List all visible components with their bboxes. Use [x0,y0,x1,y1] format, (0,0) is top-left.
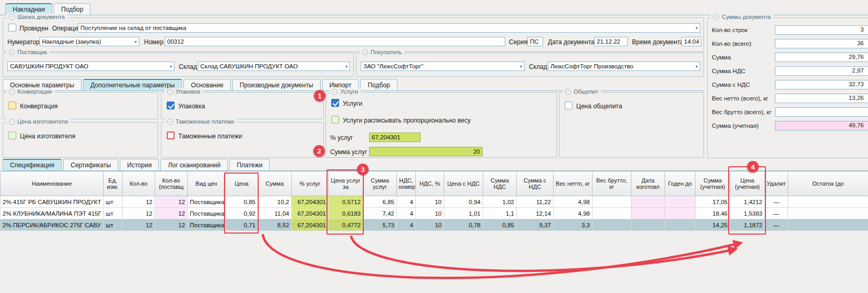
supplier-input[interactable]: САВУШКИН ПРОДУКТ ОАО [7,62,175,71]
customs-checkbox[interactable] [167,132,175,139]
cell-r0-c14[interactable]: 11,22 [517,196,554,208]
cell-r0-c2[interactable]: 12 [122,196,155,208]
cell-r0-c3[interactable]: 12 [155,196,188,208]
column-header-4[interactable]: Вид цен [188,171,226,196]
cell-r0-c13[interactable]: 1,02 [483,196,517,208]
column-header-12[interactable]: Цена с НДС [444,171,483,196]
collapse-icon[interactable] [713,14,719,20]
cell-r0-c12[interactable]: 0,94 [444,196,483,208]
column-header-8[interactable]: Цена услуг за [329,171,363,196]
tab-scan-log[interactable]: Лог сканирований [160,159,228,170]
column-header-21[interactable]: Удалит [765,171,788,196]
cell-r0-c20[interactable]: 1,4212 [730,196,765,208]
cell-r2-c7[interactable]: 67,204301 [292,219,329,231]
column-header-19[interactable]: Сумма (учетная) [696,171,730,196]
dropdown-icon[interactable] [696,64,698,69]
services-proportional-checkbox[interactable] [331,116,339,124]
cell-r1-c11[interactable]: 10 [416,208,444,219]
collapse-icon[interactable] [167,119,173,125]
cell-r2-c18[interactable] [665,219,696,231]
cell-r1-c15[interactable]: 4,98 [554,208,593,219]
tab-specification[interactable]: Спецификация [3,159,62,170]
column-header-2[interactable]: Кол-во [122,171,155,196]
column-header-1[interactable]: Ед. изм. [104,171,122,196]
cell-r2-c9[interactable]: 5,73 [363,219,397,231]
column-header-9[interactable]: Сумма услуг [363,171,397,196]
cell-r2-c0[interactable]: 2% ПЕРСИК/АБРИКОС 275Г САВУ [1,219,104,231]
cell-r0-c9[interactable]: 6,85 [363,196,397,208]
cell-r0-c0[interactable]: 2% 415Г РБ САВУШКИН ПРОДУКТ [1,196,104,208]
cell-r1-c21[interactable]: — [765,208,788,219]
column-header-22[interactable]: Остаток (до [788,171,868,196]
tab-certificates[interactable]: Сертификаты [63,159,118,170]
column-header-15[interactable]: Вес нетто, кг [554,171,593,196]
cell-r2-c4[interactable]: Поставщика [188,219,226,231]
totals-value-5[interactable]: 13,26 [775,94,868,103]
catering-checkbox[interactable] [565,102,573,109]
cell-r1-c20[interactable]: 1,5383 [730,208,765,219]
cell-r0-c7[interactable]: 67,204301 [292,196,329,208]
table-row[interactable]: 2% 415Г РБ САВУШКИН ПРОДУКТшт1212Поставщ… [1,196,868,208]
cell-r1-c13[interactable]: 1,1 [483,208,517,219]
manufacturer-price-checkbox[interactable] [8,132,16,139]
tab-selection[interactable]: Подбор [54,3,90,15]
buyer-input[interactable]: ЗАО "ЛюксСофтТорг" [361,62,525,71]
cell-r1-c1[interactable]: шт [104,208,122,219]
doc-time-input[interactable]: 14:04 [681,37,701,46]
cell-r2-c16[interactable] [593,219,631,231]
cell-r1-c19[interactable]: 18,46 [696,208,730,219]
cell-r1-c2[interactable]: 12 [122,208,155,219]
tab-derived-documents[interactable]: Производные документы [232,79,321,90]
column-header-10[interactable]: НДС, номер [397,171,416,196]
cell-r1-c7[interactable]: 67,204301 [292,208,329,219]
cell-r1-c4[interactable]: Поставщика [188,208,226,219]
cell-r2-c17[interactable] [631,219,665,231]
totals-value-7[interactable]: 49,76 [775,121,868,130]
cell-r2-c12[interactable]: 0,78 [444,219,483,231]
cell-r1-c22[interactable] [788,208,868,219]
collapse-icon[interactable] [9,14,15,20]
numerator-input[interactable]: Накладные (закупка) [39,37,139,46]
collapse-icon[interactable] [9,119,15,125]
cell-r0-c10[interactable]: 4 [397,196,416,208]
cell-r1-c17[interactable] [631,208,665,219]
column-header-14[interactable]: Сумма с НДС [517,171,554,196]
column-header-3[interactable]: Кол-во (поставщ [155,171,188,196]
number-input[interactable]: 00312 [165,37,505,46]
services-sum-input[interactable]: 20 [369,147,483,156]
cell-r0-c21[interactable]: — [765,196,788,208]
cell-r1-c18[interactable] [665,208,696,219]
column-header-5[interactable]: Цена [226,171,258,196]
cell-r2-c2[interactable]: 12 [122,219,155,231]
cell-r2-c8[interactable]: 0,4772 [329,219,363,231]
column-header-0[interactable]: Наименование [1,171,104,196]
cell-r2-c13[interactable]: 0,85 [483,219,517,231]
buyer-warehouse-input[interactable]: ЛюксСофтТорг Производство [548,62,700,71]
totals-value-2[interactable]: 29,76 [775,53,868,62]
cell-r0-c6[interactable]: 10,2 [258,196,292,208]
doc-date-input[interactable]: 21.12.22 [594,37,628,46]
totals-value-3[interactable]: 2,97 [775,66,868,76]
dropdown-icon[interactable] [345,64,348,69]
cell-r0-c16[interactable] [593,196,631,208]
dropdown-icon[interactable] [135,39,137,44]
cell-r1-c16[interactable] [593,208,631,219]
cell-r0-c15[interactable]: 4,98 [554,196,593,208]
cell-r2-c6[interactable]: 8,52 [258,219,292,231]
proveden-checkbox[interactable] [8,24,16,32]
cell-r1-c9[interactable]: 7,42 [363,208,397,219]
cell-r1-c10[interactable]: 4 [397,208,416,219]
cell-r0-c5[interactable]: 0,85 [226,196,258,208]
supplier-warehouse-input[interactable]: Склад САВУШКИН ПРОДУКТ ОАО [198,62,350,71]
collapse-icon[interactable] [167,89,173,95]
cell-r2-c19[interactable]: 14,25 [696,219,730,231]
dropdown-icon[interactable] [520,64,522,69]
series-input[interactable]: ПС [527,37,543,46]
column-header-17[interactable]: Дата изготовл [631,171,665,196]
cell-r1-c6[interactable]: 11,04 [258,208,292,219]
cell-r1-c0[interactable]: 2% КЛУБНИКА/МАЛИНА ПЭТ 415Г [1,208,104,219]
conversion-checkbox[interactable] [8,102,16,109]
collapse-icon[interactable] [332,89,338,95]
totals-value-4[interactable]: 32,73 [775,80,868,89]
cell-r1-c8[interactable]: 0,6183 [329,208,363,219]
